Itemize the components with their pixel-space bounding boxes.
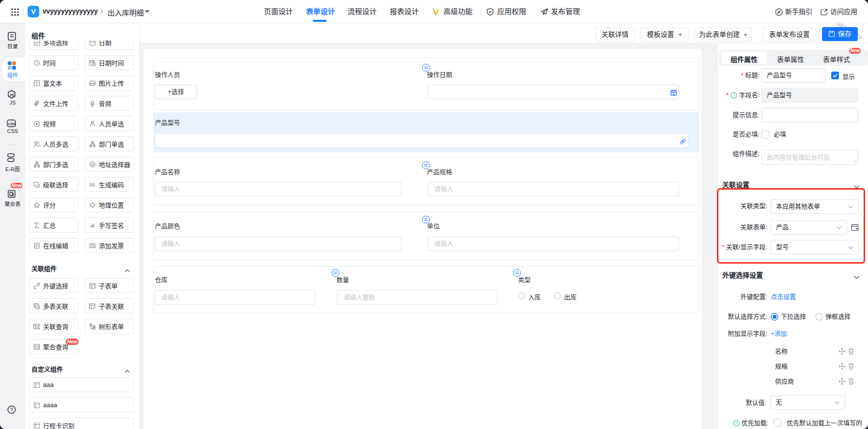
svg-text:?: ? [732, 93, 735, 98]
svg-text:?: ? [735, 421, 738, 426]
svg-text:CSS: CSS [8, 122, 16, 126]
svg-text:JS: JS [9, 93, 14, 97]
svg-text:?: ? [10, 407, 13, 413]
